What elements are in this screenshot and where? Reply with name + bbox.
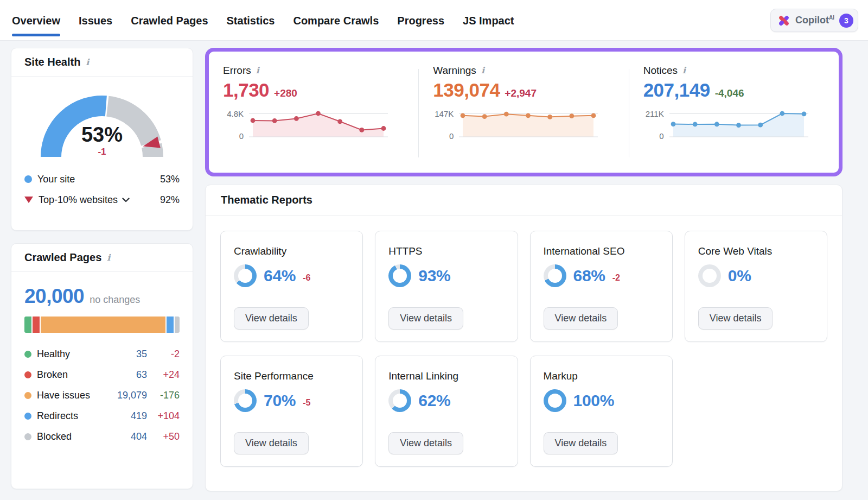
report-score: 0%: [728, 267, 751, 285]
bar-segment-broken: [33, 317, 40, 333]
copilot-label: CopilotAI: [795, 15, 834, 26]
progress-ring: [234, 264, 257, 287]
tab-label: Progress: [397, 15, 444, 27]
legend-label: Broken: [37, 369, 106, 381]
site-health-header: Site Health i: [11, 48, 193, 77]
legend-label: Have issues: [37, 390, 106, 401]
bar-segment-blocked: [175, 317, 180, 333]
notices-title: Notices: [643, 65, 678, 77]
info-icon[interactable]: i: [682, 66, 686, 75]
report-delta: -2: [612, 273, 620, 283]
bar-segment-redirects: [167, 317, 174, 333]
blocked-dot-icon: [24, 433, 31, 440]
report-card-markup: Markup 100% View details: [530, 356, 673, 467]
view-details-button[interactable]: View details: [234, 307, 309, 330]
chevron-down-icon[interactable]: [122, 198, 130, 202]
thematic-reports-title: Thematic Reports: [221, 194, 312, 206]
crawled-pages-change-note: no changes: [90, 294, 140, 306]
report-title: Site Performance: [234, 370, 349, 382]
progress-ring: [234, 389, 257, 412]
view-details-button[interactable]: View details: [544, 432, 618, 454]
thematic-reports-header: Thematic Reports: [206, 185, 842, 216]
info-icon[interactable]: i: [86, 58, 89, 67]
report-score: 100%: [573, 391, 615, 410]
report-card-core-web-vitals: Core Web Vitals 0% View details: [685, 231, 827, 342]
site-health-gauge: 53% -1: [29, 84, 175, 166]
notices-value: 207,149: [643, 79, 710, 101]
tab-progress[interactable]: Progress: [397, 0, 444, 40]
sparkline-svg: [669, 109, 808, 140]
legend-row-top10: Top-10% websites 92%: [24, 189, 180, 210]
report-score: 68%: [573, 267, 605, 285]
legend-row-redirects: Redirects 419 +104: [24, 406, 180, 426]
site-health-title: Site Health: [24, 56, 80, 68]
errors-delta: +280: [274, 87, 297, 99]
view-details-button[interactable]: View details: [698, 307, 773, 330]
tab-compare-crawls[interactable]: Compare Crawls: [293, 0, 379, 40]
thematic-reports-card: Thematic Reports Crawlability 64% -6 Vie…: [205, 185, 843, 491]
y-min-label: 0: [449, 132, 454, 140]
tab-label: Overview: [12, 15, 60, 27]
warnings-value: 139,074: [433, 79, 500, 101]
errors-value: 1,730: [223, 79, 269, 101]
tab-issues[interactable]: Issues: [79, 0, 112, 40]
errors-sparkline-chart: [249, 109, 388, 142]
report-score: 64%: [264, 267, 296, 285]
legend-label: Top-10% websites: [39, 194, 118, 206]
progress-ring: [544, 264, 566, 287]
report-title: Core Web Vitals: [698, 245, 814, 257]
info-icon[interactable]: i: [256, 66, 259, 75]
tab-bar: Overview Issues Crawled Pages Statistics…: [12, 0, 514, 40]
view-details-button[interactable]: View details: [388, 432, 463, 454]
tab-label: JS Impact: [463, 15, 514, 27]
issues-overview-highlight-box: Errors i 1,730 +280 4.8K 0 Warnings i 13…: [205, 48, 843, 176]
errors-y-axis: 4.8K 0: [223, 109, 249, 140]
view-details-button[interactable]: View details: [234, 432, 309, 454]
notices-y-axis: 211K 0: [643, 109, 669, 140]
legend-value: 35: [106, 349, 147, 360]
report-score: 93%: [418, 267, 450, 285]
notices-delta: -4,046: [715, 87, 744, 99]
tab-label: Issues: [79, 15, 112, 27]
progress-ring: [388, 389, 411, 412]
legend-label: Healthy: [37, 349, 106, 360]
errors-section: Errors i 1,730 +280 4.8K 0: [209, 52, 418, 173]
y-max-label: 147K: [435, 110, 454, 118]
tab-overview[interactable]: Overview: [12, 0, 60, 40]
crawled-pages-header: Crawled Pages i: [11, 244, 193, 272]
progress-ring: [698, 264, 721, 287]
legend-row-healthy: Healthy 35 -2: [24, 344, 180, 364]
report-card-site-performance: Site Performance 70% -5 View details: [220, 356, 363, 467]
view-details-button[interactable]: View details: [544, 307, 618, 330]
copilot-button[interactable]: CopilotAI 3: [770, 9, 858, 32]
report-score: 70%: [264, 391, 296, 410]
y-min-label: 0: [659, 132, 663, 140]
site-health-score: 53%: [29, 124, 175, 145]
tab-js-impact[interactable]: JS Impact: [463, 0, 514, 40]
crawled-pages-stacked-bar: [24, 317, 180, 333]
legend-value: 92%: [160, 194, 180, 206]
tab-crawled-pages[interactable]: Crawled Pages: [131, 0, 208, 40]
legend-delta: +50: [147, 431, 180, 442]
legend-row-have-issues: Have issues 19,079 -176: [24, 385, 180, 406]
bar-segment-healthy: [24, 317, 31, 333]
site-health-score-delta: -1: [29, 147, 175, 157]
healthy-dot-icon: [24, 351, 31, 358]
tab-statistics[interactable]: Statistics: [227, 0, 275, 40]
top-navigation: Overview Issues Crawled Pages Statistics…: [0, 0, 868, 41]
legend-delta: +24: [147, 369, 180, 381]
broken-dot-icon: [24, 371, 31, 378]
report-delta: -6: [303, 273, 310, 283]
legend-value: 404: [106, 431, 147, 442]
gauge-center: 53% -1: [29, 124, 175, 157]
copilot-logo-icon: [777, 14, 790, 27]
info-icon[interactable]: i: [481, 66, 484, 75]
report-card-https: HTTPS 93% View details: [375, 231, 518, 342]
site-health-legend: Your site 53% Top-10% websites 92%: [11, 166, 193, 210]
errors-title: Errors: [223, 65, 251, 77]
legend-delta: -2: [147, 349, 180, 360]
legend-label: Your site: [37, 174, 75, 185]
info-icon[interactable]: i: [107, 254, 110, 262]
crawled-pages-title: Crawled Pages: [24, 251, 101, 264]
view-details-button[interactable]: View details: [388, 307, 463, 330]
